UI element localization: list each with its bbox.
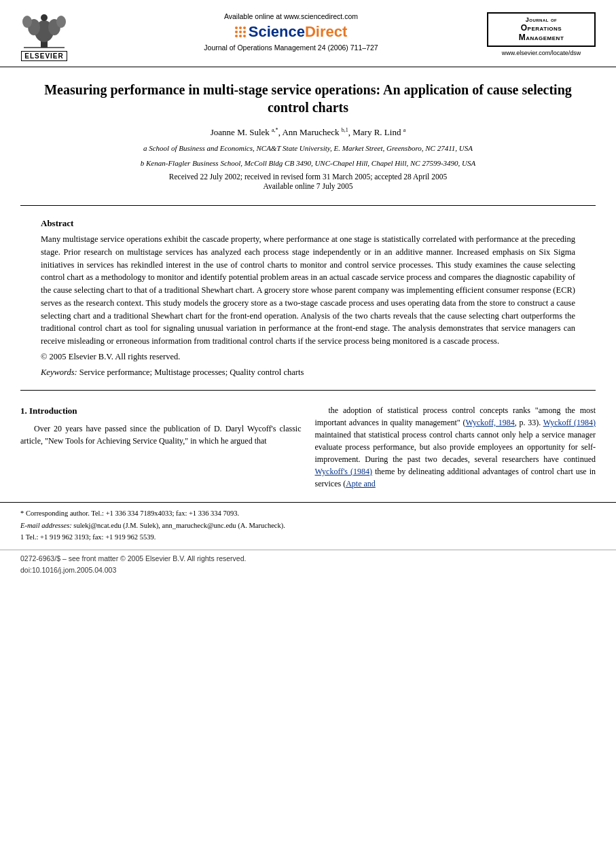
sciencedirect-text: ScienceDirect	[249, 23, 348, 41]
svg-point-4	[22, 16, 32, 28]
sciencedirect-logo: ScienceDirect	[102, 23, 480, 41]
wyckoff-1984-link-1[interactable]: Wyckoff, 1984	[465, 418, 514, 427]
email-label: E-mail addresses:	[20, 522, 72, 529]
elsevier-label: ELSEVIER	[21, 51, 67, 61]
elsevier-logo: ELSEVIER	[20, 12, 68, 61]
svg-point-5	[56, 16, 66, 28]
abstract-heading: Abstract	[41, 218, 575, 229]
title-section: Measuring performance in multi-stage ser…	[0, 67, 616, 198]
wyckoff-link-3[interactable]: Wyck­off's (1984)	[315, 467, 373, 476]
affiliation-a: a School of Business and Economics, NCA&…	[41, 143, 575, 154]
journal-box-line2: Operations	[494, 23, 589, 33]
svg-point-7	[41, 14, 48, 21]
footnote-1: 1 Tel.: +1 919 962 3193; fax: +1 919 962…	[20, 532, 596, 543]
elsevier-tree-icon	[20, 12, 68, 50]
keywords-text: Service performance; Multistage processe…	[79, 368, 304, 377]
journal-website: www.elsevier.com/locate/dsw	[487, 50, 596, 56]
header-center: Available online at www.sciencedirect.co…	[95, 12, 487, 52]
abstract-text: Many multistage service operations exhib…	[41, 233, 575, 348]
section1-heading: 1. Introduction	[20, 404, 302, 418]
header-right: Journal of Operations Management www.els…	[487, 12, 596, 56]
apte-and-link[interactable]: Apte and	[346, 479, 376, 488]
abstract-section: Abstract Many multistage service operati…	[0, 213, 616, 383]
received-dates: Received 22 July 2002; received in revis…	[41, 173, 575, 181]
journal-box-line3: Management	[494, 33, 589, 42]
paper-title: Measuring performance in multi-stage ser…	[41, 81, 575, 116]
bottom-metadata: 0272-6963/$ – see front matter © 2005 El…	[0, 550, 616, 579]
issn-line: 0272-6963/$ – see front matter © 2005 El…	[20, 553, 596, 565]
header: ELSEVIER Available online at www.science…	[0, 0, 616, 67]
divider-2	[20, 390, 596, 391]
keywords-label: Keywords:	[41, 368, 77, 377]
available-online-date: Available online 7 July 2005	[41, 182, 575, 190]
available-online-text: Available online at www.sciencedirect.co…	[102, 12, 480, 20]
right-column: the adoption of statistical process cont…	[315, 404, 596, 495]
body-columns: 1. Introduction Over 20 years have passe…	[0, 397, 616, 502]
emails-text: sulekj@ncat.edu (J.M. Sulek), ann_maruch…	[73, 522, 285, 529]
section1-right-para1: the adoption of statistical process cont…	[315, 404, 596, 490]
doi-line: doi:10.1016/j.jom.2005.04.003	[20, 565, 596, 576]
affiliation-b: b Kenan-Flagler Business School, McColl …	[41, 158, 575, 168]
footnotes-section: * Corresponding author. Tel.: +1 336 334…	[0, 502, 616, 550]
journal-box-line1: Journal of	[494, 16, 589, 23]
header-left: ELSEVIER	[20, 12, 95, 61]
keywords: Keywords: Service performance; Multistag…	[41, 368, 575, 378]
left-column: 1. Introduction Over 20 years have passe…	[20, 404, 302, 495]
wyckoff-1984-link-2[interactable]: Wyckoff (1984)	[543, 418, 596, 427]
authors: Joanne M. Sulek a,*, Ann Marucheck b,1, …	[41, 127, 575, 138]
divider-1	[20, 205, 596, 206]
footnote-corresponding: * Corresponding author. Tel.: +1 336 334…	[20, 508, 596, 519]
section1-para1: Over 20 years have passed since the publ…	[20, 423, 302, 447]
journal-box: Journal of Operations Management	[487, 12, 596, 47]
page: ELSEVIER Available online at www.science…	[0, 0, 616, 841]
footnote-email: E-mail addresses: sulekj@ncat.edu (J.M. …	[20, 520, 596, 531]
journal-subtitle: Journal of Operations Management 24 (200…	[102, 43, 480, 52]
sd-dots-icon	[235, 26, 246, 37]
copyright: © 2005 Elsevier B.V. All rights reserved…	[41, 352, 575, 362]
